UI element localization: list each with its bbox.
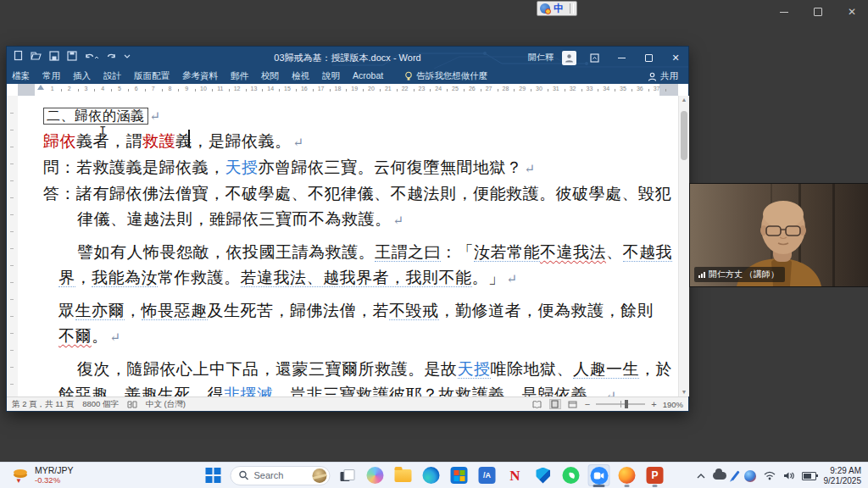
outer-restore-button[interactable] <box>807 4 829 19</box>
scrollbar-thumb[interactable] <box>681 111 687 160</box>
ime-language-bar[interactable]: 中 <box>537 1 577 16</box>
ribbon-tab-Acrobat[interactable]: Acrobat <box>353 70 383 82</box>
word-count[interactable]: 8800 個字 <box>82 399 119 410</box>
proofing-icon[interactable] <box>127 400 137 409</box>
pen-icon[interactable] <box>734 470 737 481</box>
user-avatar[interactable] <box>562 51 576 65</box>
firefox-button[interactable] <box>616 464 638 486</box>
ribbon-tab-檢視[interactable]: 檢視 <box>292 70 309 82</box>
save-as-icon[interactable] <box>67 51 77 61</box>
word-minimize-button[interactable] <box>612 49 631 66</box>
text-run: 若違我法、越我界者，我則不能 <box>241 269 472 287</box>
outer-close-button[interactable]: ✕ <box>841 4 863 19</box>
v-ruler[interactable] <box>7 96 19 396</box>
status-bar-right: − + 190% <box>531 399 683 409</box>
clock[interactable]: 9:29 AM 9/21/2025 <box>824 466 862 486</box>
zoom-slider-thumb[interactable] <box>625 400 628 408</box>
ribbon-tab-設計[interactable]: 設計 <box>103 70 121 82</box>
open-icon[interactable] <box>31 51 42 61</box>
document-page[interactable]: 二、歸依的涵義↵歸依義者，謂救護義，是歸依義。↵問：若救護義是歸依義，天授亦曾歸… <box>18 96 678 396</box>
horizontal-ruler[interactable]: 1234567891011121314151617181920212223242… <box>7 84 678 97</box>
ribbon-tab-常用[interactable]: 常用 <box>42 70 60 82</box>
ribbon-tab-參考資料[interactable]: 參考資料 <box>182 70 218 82</box>
task-view-icon <box>340 469 354 481</box>
quick-access-toolbar <box>14 50 131 61</box>
zoom-level[interactable]: 190% <box>663 400 683 409</box>
tell-me-box[interactable]: 告訴我您想做什麼 <box>404 70 487 82</box>
ime-grip-handle[interactable] <box>570 3 574 14</box>
task-view-button[interactable] <box>337 464 359 486</box>
cloud-icon[interactable] <box>713 472 726 480</box>
language-indicator[interactable]: 中文 (台灣) <box>146 399 186 410</box>
text-run: 不爾 <box>58 327 92 345</box>
paragraph-mark: ↵ <box>507 272 518 286</box>
file-explorer-button[interactable] <box>392 464 415 486</box>
zoom-slider[interactable] <box>596 403 645 405</box>
qat-customize-icon[interactable] <box>124 53 131 59</box>
save-icon[interactable] <box>49 51 59 61</box>
text-run: 我能為汝 <box>92 269 158 287</box>
stock-widget-icon: ▼ <box>12 468 29 483</box>
text-run: 天授 <box>458 360 491 379</box>
volume-icon[interactable] <box>783 471 794 480</box>
redo-icon[interactable] <box>106 51 116 61</box>
document-scrollbar[interactable]: ▲ ▼ <box>678 96 689 396</box>
text-run: 常作救護。 <box>158 269 241 286</box>
ruler-indent-marker[interactable] <box>37 85 44 90</box>
scroll-down-arrow[interactable]: ▼ <box>679 388 689 396</box>
text-run: ， <box>125 302 142 319</box>
color-sphere-icon[interactable] <box>744 470 756 482</box>
tray-chevron-icon[interactable] <box>697 474 705 479</box>
system-tray: 9:29 AM 9/21/2025 <box>697 464 862 487</box>
zoom-out-button[interactable]: − <box>585 400 590 409</box>
word-titlebar[interactable]: 03歸戒為基：授課版本.docx - Word 開仁釋 ✕ <box>7 47 688 69</box>
word-restore-button[interactable] <box>639 49 658 66</box>
ribbon-tab-校閱[interactable]: 校閱 <box>261 70 279 82</box>
ribbon-tab-郵件[interactable]: 郵件 <box>231 70 248 82</box>
defender-button[interactable] <box>532 464 554 486</box>
scroll-up-arrow[interactable]: ▲ <box>679 96 689 104</box>
zoom-app-button[interactable] <box>588 464 610 486</box>
page-indicator[interactable]: 第 2 頁，共 11 頁 <box>12 399 74 410</box>
microsoft-store-button[interactable] <box>448 464 470 486</box>
undo-icon[interactable] <box>85 51 98 61</box>
clock-time: 9:29 AM <box>824 466 862 476</box>
word-close-button[interactable]: ✕ <box>666 49 685 66</box>
text-run: 二、歸依的涵義 <box>47 108 145 123</box>
outer-minimize-button[interactable] <box>773 4 795 19</box>
text-run: 義，是歸依義。 <box>175 132 292 150</box>
ribbon-display-options-button[interactable] <box>585 49 604 66</box>
wifi-icon[interactable] <box>764 471 776 480</box>
document-line: 眾生亦爾，怖畏惡趣及生死苦，歸佛法僧，若不毀戒，勤修道者，便為救護，餘則 <box>58 298 675 324</box>
netflix-button[interactable]: N <box>504 464 526 486</box>
ribbon-tab-版面配置[interactable]: 版面配置 <box>134 70 170 82</box>
text-run: 非擇滅 <box>224 385 274 396</box>
battery-icon[interactable] <box>802 472 816 480</box>
print-layout-button[interactable] <box>549 399 561 409</box>
share-button[interactable]: 共用 <box>648 70 683 82</box>
document-line: 問：若救護義是歸依義，天授亦曾歸依三寶。云何復墮無間地獄？↵ <box>43 155 675 181</box>
text-run: ，豈非三寶救護彼耶？故救護義，是歸依義。 <box>274 385 604 396</box>
zoom-in-button[interactable]: + <box>651 400 656 409</box>
ribbon-tab-插入[interactable]: 插入 <box>73 70 91 82</box>
powerpoint-icon: P <box>647 467 664 484</box>
web-layout-button[interactable] <box>567 399 579 409</box>
webcam-video-tile[interactable]: 開仁方丈 （講師） <box>690 184 868 286</box>
whatsapp-button[interactable] <box>560 464 582 486</box>
widgets-button[interactable]: ▼ MYR/JPY -0.32% <box>12 465 74 485</box>
ribbon-tab-檔案[interactable]: 檔案 <box>12 70 30 82</box>
new-document-icon[interactable] <box>14 50 23 61</box>
start-button[interactable] <box>203 464 225 486</box>
read-mode-button[interactable] <box>531 399 543 409</box>
copilot-button[interactable] <box>364 464 387 486</box>
word-status-bar: 第 2 頁，共 11 頁 8800 個字 中文 (台灣) − + 190% <box>7 396 688 411</box>
a-app-button[interactable]: /A <box>476 464 498 486</box>
search-highlight-icon <box>313 469 327 483</box>
ribbon-tab-說明[interactable]: 說明 <box>322 70 340 82</box>
ime-mode-label[interactable]: 中 <box>554 3 564 14</box>
search-box[interactable]: Search <box>231 466 331 485</box>
edge-button[interactable] <box>420 464 442 486</box>
ribbon-display-options-icon <box>590 53 599 63</box>
signed-in-user[interactable]: 開仁釋 <box>528 52 554 64</box>
powerpoint-button[interactable]: P <box>644 464 666 486</box>
